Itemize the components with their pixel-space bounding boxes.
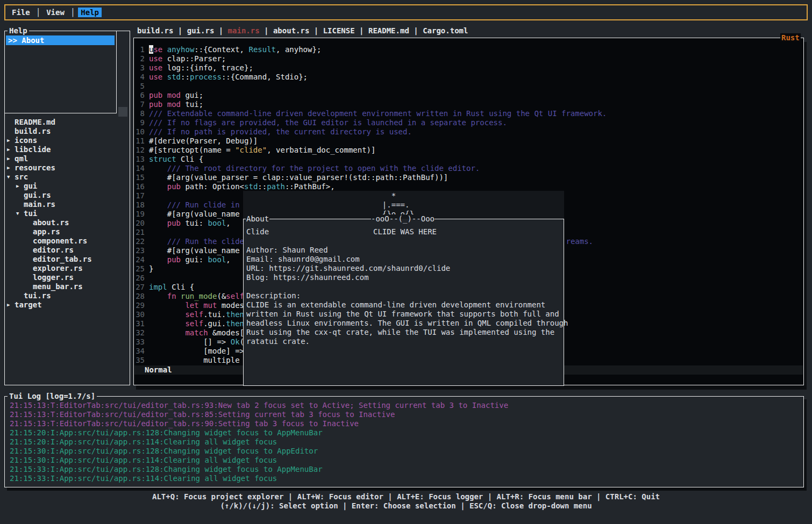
- code-line: 11#[derive(Parser, Debug)]: [134, 137, 607, 146]
- tab-main-rs[interactable]: main.rs: [228, 26, 260, 35]
- tree-item-label: icons: [15, 136, 37, 145]
- chevron-collapsed-icon: ▶: [7, 145, 15, 154]
- code-line: 10/// If no path is provided, the curren…: [134, 127, 607, 137]
- line-number: 11: [134, 137, 145, 146]
- editor-language-badge: Rust: [780, 33, 801, 42]
- tree-item-build-rs[interactable]: build.rs: [5, 127, 129, 136]
- help-dropdown-title: Help: [8, 26, 29, 35]
- tree-item-explorer-rs[interactable]: explorer.rs: [5, 264, 129, 273]
- tree-item-readme-md[interactable]: README.md: [5, 118, 129, 127]
- log-entry: 21:15:13:T:EditorTab:src/tui/editor_tab.…: [10, 401, 802, 410]
- tui-log-title: Tui Log [log=1.7/s]: [8, 392, 97, 400]
- tree-item-src[interactable]: ▼src: [5, 173, 129, 182]
- tree-item-component-rs[interactable]: component.rs: [5, 236, 129, 246]
- line-number: 12: [134, 146, 145, 155]
- log-entry: 21:15:30:I:App:src/tui/app.rs:114:Cleari…: [10, 456, 802, 465]
- line-number: 14: [134, 164, 145, 173]
- tree-item-target[interactable]: ▶target: [5, 300, 129, 310]
- tree-item-label: gui.rs: [24, 191, 51, 200]
- tree-item-gui[interactable]: ▶gui: [5, 182, 129, 191]
- help-dropdown-menu: Help >> About: [4, 31, 117, 113]
- tree-item-menu-bar-rs[interactable]: menu_bar.rs: [5, 282, 129, 291]
- line-number: 13: [134, 155, 145, 164]
- menu-separator: │: [36, 8, 40, 17]
- line-number: 22: [134, 237, 145, 246]
- line-number: 30: [134, 310, 145, 319]
- line-number: 9: [134, 118, 145, 127]
- tab-readme-md[interactable]: README.md: [368, 26, 409, 35]
- tree-item-label: logger.rs: [33, 273, 74, 282]
- tree-item-gui-rs[interactable]: gui.rs: [5, 191, 129, 200]
- log-entry: 21:15:33:I:App:src/tui/app.rs:114:Cleari…: [10, 474, 802, 483]
- about-popup: * |.===. {}o o{} About -ooO--(_)--Ooo Cl…: [243, 191, 564, 386]
- tree-item-label: resources: [15, 163, 55, 173]
- line-number: 26: [134, 274, 145, 283]
- tab-about-rs[interactable]: about.rs: [273, 26, 309, 35]
- tui-log-panel[interactable]: Tui Log [log=1.7/s] 21:15:13:T:EditorTab…: [4, 396, 804, 487]
- log-entry: 21:15:13:T:EditorTab:src/tui/editor_tab.…: [10, 419, 802, 428]
- log-entry: 21:15:33:I:App:src/tui/app.rs:128:Changi…: [10, 465, 802, 474]
- menu-separator: │: [70, 8, 75, 17]
- tree-item-label: about.rs: [33, 218, 69, 227]
- code-line: 2use clap::Parser;: [134, 54, 607, 63]
- log-entry: 21:15:13:T:EditorTab:src/tui/editor_tab.…: [10, 410, 802, 419]
- tree-item-label: explorer.rs: [33, 264, 83, 273]
- chevron-collapsed-icon: ▶: [16, 182, 24, 191]
- line-number: 10: [134, 127, 145, 137]
- line-number: 19: [134, 210, 145, 219]
- about-popup-title: About: [246, 214, 269, 224]
- line-number: 8: [134, 109, 145, 118]
- log-entry: 21:15:20:I:App:src/tui/app.rs:128:Changi…: [10, 428, 802, 437]
- tree-item-editor-tab-rs[interactable]: editor_tab.rs: [5, 255, 129, 264]
- code-line: 12#[structopt(name = "clide", verbatim_d…: [134, 146, 607, 155]
- tree-item-label: main.rs: [24, 200, 55, 209]
- ascii-art-wall: -ooO--(_)--Ooo: [371, 214, 435, 224]
- line-number: 16: [134, 182, 145, 191]
- line-number: 27: [134, 283, 145, 292]
- tab-gui-rs[interactable]: gui.rs: [187, 26, 215, 35]
- tree-item-about-rs[interactable]: about.rs: [5, 218, 129, 227]
- tab-license[interactable]: LICENSE: [323, 26, 355, 35]
- tree-item-label: build.rs: [15, 127, 51, 136]
- line-number: 2: [134, 54, 145, 63]
- tab-build-rs[interactable]: build.rs: [137, 26, 173, 35]
- line-number: 18: [134, 200, 145, 210]
- explorer-scrollbar[interactable]: [118, 107, 127, 117]
- tree-item-label: editor.rs: [33, 246, 74, 255]
- menu-bar: File│View│Help: [4, 4, 808, 20]
- tab-separator: |: [309, 26, 323, 35]
- tree-item-label: README.md: [15, 118, 55, 127]
- chevron-collapsed-icon: ▶: [7, 300, 15, 310]
- help-menu-option-about[interactable]: >> About: [6, 35, 115, 45]
- chevron-collapsed-icon: ▶: [7, 154, 15, 163]
- line-number: 4: [134, 73, 145, 82]
- tree-item-qml[interactable]: ▶qml: [5, 154, 129, 163]
- code-line: 8/// Extendable command-line driven deve…: [134, 109, 607, 118]
- vim-mode-indicator: Normal: [145, 365, 172, 374]
- menu-item-file[interactable]: File: [9, 8, 33, 17]
- tree-item-label: gui: [24, 182, 37, 191]
- tree-item-icons[interactable]: ▶icons: [5, 136, 129, 145]
- line-number: 24: [134, 255, 145, 264]
- code-line: 16 pub path: Option<std::path::PathBuf>,: [134, 182, 607, 191]
- tab-separator: |: [260, 26, 273, 35]
- tree-item-editor-rs[interactable]: editor.rs: [5, 246, 129, 255]
- tree-item-libclide[interactable]: ▶libclide: [5, 145, 129, 154]
- tree-item-tui-rs[interactable]: tui.rs: [5, 291, 129, 300]
- tree-item-resources[interactable]: ▶resources: [5, 163, 129, 173]
- tree-item-app-rs[interactable]: app.rs: [5, 227, 129, 236]
- chevron-expanded-icon: ▼: [16, 209, 24, 218]
- code-line: 5: [134, 82, 607, 91]
- tree-item-main-rs[interactable]: main.rs: [5, 200, 129, 209]
- code-line: 7pub mod tui;: [134, 100, 607, 109]
- line-number: 1: [134, 45, 145, 54]
- chevron-expanded-icon: ▼: [7, 173, 15, 182]
- menu-item-view[interactable]: View: [44, 8, 67, 17]
- menu-item-help[interactable]: Help: [78, 8, 102, 17]
- line-number: 21: [134, 228, 145, 237]
- tree-item-tui[interactable]: ▼tui: [5, 209, 129, 218]
- tree-item-logger-rs[interactable]: logger.rs: [5, 273, 129, 282]
- tab-cargo-toml[interactable]: Cargo.toml: [423, 26, 468, 35]
- menu-items: File│View│Help: [9, 8, 102, 17]
- tree-item-label: editor_tab.rs: [33, 255, 92, 264]
